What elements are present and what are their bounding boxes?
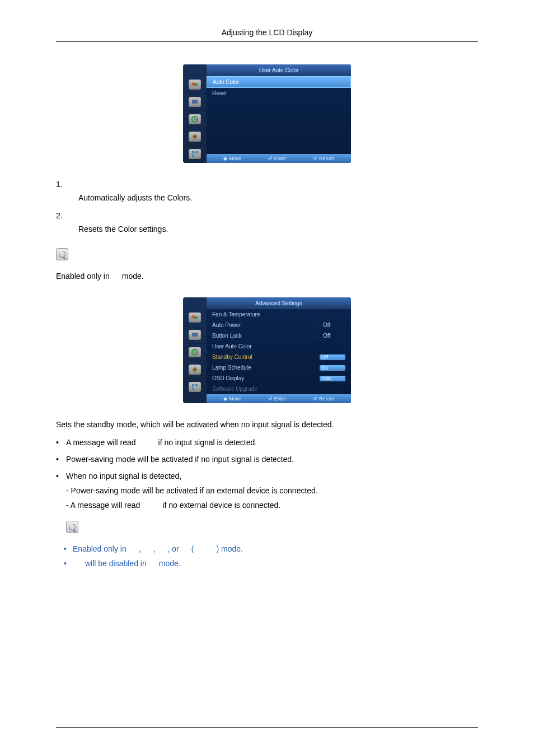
svg-rect-15 (192, 384, 194, 386)
standby-description: Sets the standby mode, which will be act… (56, 420, 478, 429)
svg-rect-2 (192, 100, 198, 104)
footer-divider (56, 727, 478, 728)
svg-rect-16 (195, 384, 198, 386)
list-number-1: 1. (56, 180, 478, 189)
gear-icon (189, 365, 201, 375)
osd-row-button-lock[interactable]: Button Lock:Off (207, 330, 351, 341)
osd-row-software-upgrade: Software Upgrade (207, 384, 351, 394)
svg-point-14 (194, 369, 196, 371)
osd-footer: ◆ Move ⏎ Enter ↺ Return (207, 394, 351, 403)
osd-row-auto-color[interactable]: Auto Color (207, 76, 351, 88)
note2-line1: Enabled only in,,, or() mode. (56, 544, 478, 553)
return-hint: ↺ Return (313, 396, 334, 402)
bullet-2-text: Power-saving mode will be activated if n… (66, 455, 478, 464)
grid-icon (189, 149, 201, 159)
svg-point-9 (191, 315, 195, 319)
screen-icon (189, 97, 201, 107)
osd-row-label: Auto Color (213, 79, 345, 85)
osd-row-user-auto-color[interactable]: User Auto Color (207, 341, 351, 352)
svg-point-1 (194, 83, 198, 86)
osd-row-auto-power[interactable]: Auto Power:Off (207, 320, 351, 330)
gear-icon (189, 132, 201, 142)
bullet-3-line1: When no input signal is detected, (66, 472, 478, 480)
note-icon (56, 248, 68, 260)
return-hint: ↺ Return (313, 156, 334, 161)
palette-icon (189, 312, 201, 323)
svg-rect-6 (192, 151, 194, 153)
osd-row-osd-display[interactable]: OSD DisplayAuto (207, 373, 351, 384)
page-header: Adjusting the LCD Display (56, 28, 478, 42)
list-number-2: 2. (56, 211, 478, 220)
osd-content: User Auto Color Auto Color Reset ◆ Move … (207, 64, 351, 163)
note-enabled-only: Enabled only inmode. (56, 272, 478, 281)
note-icon-wrapper (66, 515, 478, 539)
osd-row-reset[interactable]: Reset (207, 88, 351, 99)
move-hint: ◆ Move (223, 396, 241, 402)
clock-icon (189, 114, 201, 124)
svg-point-10 (194, 316, 198, 319)
osd-row-label: Reset (212, 90, 345, 96)
osd-sidebar (183, 297, 207, 403)
svg-rect-7 (195, 151, 198, 153)
enter-hint: ⏎ Enter (268, 396, 287, 402)
svg-rect-8 (192, 155, 194, 157)
palette-icon (189, 80, 201, 90)
grid-icon (189, 382, 201, 392)
page: Adjusting the LCD Display User Auto Colo… (0, 0, 534, 756)
osd-title: User Auto Color (207, 64, 351, 76)
note2-line2: will be disabled inmode. (56, 559, 478, 568)
svg-rect-11 (192, 333, 198, 337)
list-text-2: Resets the Color settings. (78, 225, 478, 234)
osd-footer: ◆ Move ⏎ Enter ↺ Return (207, 154, 351, 163)
note-icon (66, 521, 78, 533)
osd-sidebar (183, 64, 207, 163)
bullet-3-line2: - Power-saving mode will be activated if… (66, 486, 478, 495)
osd-row-lamp-schedule[interactable]: Lamp ScheduleOn (207, 362, 351, 373)
svg-point-0 (191, 82, 195, 86)
svg-rect-17 (192, 388, 194, 390)
osd-content: Advanced Settings Fan & Temperature Auto… (207, 297, 351, 403)
move-hint: ◆ Move (223, 156, 241, 161)
osd-advanced-settings: Advanced Settings Fan & Temperature Auto… (183, 297, 351, 403)
osd-row-standby-control[interactable]: Standby ControlOff (207, 352, 351, 362)
osd-title: Advanced Settings (207, 297, 351, 309)
bullet-3-line3: - A message will readif no external devi… (66, 501, 478, 510)
osd-user-auto-color: User Auto Color Auto Color Reset ◆ Move … (183, 64, 351, 163)
svg-point-5 (194, 136, 196, 138)
list-text-1: Automatically adjusts the Colors. (78, 193, 478, 202)
osd-row-fan-temp[interactable]: Fan & Temperature (207, 309, 351, 320)
enter-hint: ⏎ Enter (268, 156, 287, 161)
bullet-1-text: A message will readif no input signal is… (66, 438, 478, 447)
screen-icon (189, 330, 201, 340)
clock-icon (189, 347, 201, 357)
